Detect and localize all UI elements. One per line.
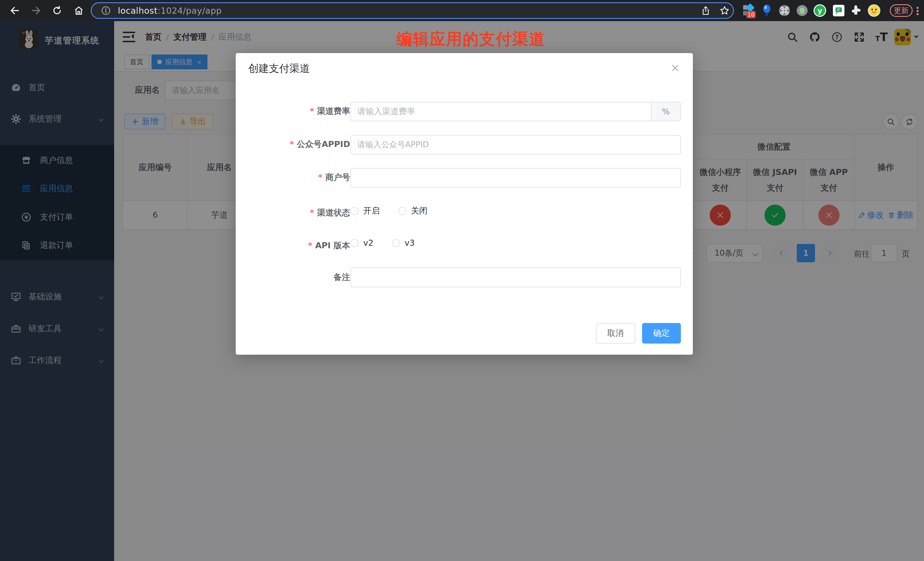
radio-status-open[interactable]: 开启 xyxy=(350,205,380,217)
profile-avatar-icon[interactable] xyxy=(866,4,882,17)
share-icon[interactable] xyxy=(699,5,712,16)
browser-home-button[interactable] xyxy=(72,5,85,16)
cancel-button[interactable]: 取消 xyxy=(596,323,635,344)
browser-back-button[interactable] xyxy=(9,5,21,16)
radio-api-v2[interactable]: v2 xyxy=(350,238,374,248)
extensions-puzzle-icon[interactable] xyxy=(848,4,864,16)
screen: localhost:1024/pay/app 10 y xyxy=(0,0,924,561)
back-icon xyxy=(9,5,20,16)
field-label-remark: 备注 xyxy=(230,272,350,283)
field-label-merchant-no: 商户号 xyxy=(230,172,350,183)
extension-command-icon[interactable] xyxy=(777,4,792,16)
appid-input[interactable]: 请输入公众号APPID xyxy=(350,135,681,154)
rate-suffix: % xyxy=(651,102,681,121)
field-label-rate: 渠道费率 xyxy=(230,106,350,117)
radio-icon xyxy=(398,207,406,215)
create-channel-dialog: 创建支付渠道 渠道费率 请输入渠道费率 % 公众号APPID 请输入公众号APP… xyxy=(236,53,693,355)
extension-balloon-icon[interactable] xyxy=(760,4,774,17)
browser-menu-icon[interactable] xyxy=(916,6,918,16)
reload-icon xyxy=(52,5,63,16)
radio-api-v3[interactable]: v3 xyxy=(392,238,415,248)
merchant-no-input[interactable] xyxy=(350,168,681,188)
extension-badge: 10 xyxy=(747,11,756,18)
address-bar[interactable]: localhost:1024/pay/app xyxy=(91,2,734,19)
browser-forward-button[interactable] xyxy=(30,5,42,16)
api-version-radio-group: v2 v3 xyxy=(350,238,433,248)
remark-input[interactable] xyxy=(350,267,681,287)
site-info-icon[interactable] xyxy=(100,5,112,16)
bookmark-star-icon[interactable] xyxy=(718,5,731,16)
forward-icon xyxy=(30,5,41,16)
annotation-text: 编辑应用的支付渠道 xyxy=(368,28,574,50)
radio-icon xyxy=(392,239,400,247)
browser-toolbar: localhost:1024/pay/app 10 y xyxy=(0,0,924,21)
url-text: localhost:1024/pay/app xyxy=(118,6,222,16)
confirm-button[interactable]: 确定 xyxy=(642,323,681,344)
radio-icon xyxy=(350,207,359,215)
home-icon xyxy=(74,5,84,16)
dialog-close-button[interactable] xyxy=(670,63,680,73)
extension-dot-icon[interactable] xyxy=(795,4,809,16)
close-icon xyxy=(670,63,680,72)
browser-update-button[interactable]: 更新 xyxy=(890,4,913,17)
extension-pin-icon[interactable]: 10 xyxy=(742,4,756,17)
browser-reload-button[interactable] xyxy=(51,5,63,16)
radio-status-closed[interactable]: 关闭 xyxy=(398,205,428,217)
rate-input[interactable]: 请输入渠道费率 % xyxy=(350,102,681,121)
extension-chat-icon[interactable] xyxy=(831,4,846,17)
svg-text:y: y xyxy=(818,7,822,15)
field-label-status: 渠道状态 xyxy=(230,207,350,219)
field-label-appid: 公众号APPID xyxy=(230,139,350,150)
radio-icon xyxy=(350,239,359,247)
extension-y-icon[interactable]: y xyxy=(812,4,828,17)
dialog-title: 创建支付渠道 xyxy=(248,62,310,76)
status-radio-group: 开启 关闭 xyxy=(350,205,446,217)
field-label-api-version: API 版本 xyxy=(230,240,350,251)
